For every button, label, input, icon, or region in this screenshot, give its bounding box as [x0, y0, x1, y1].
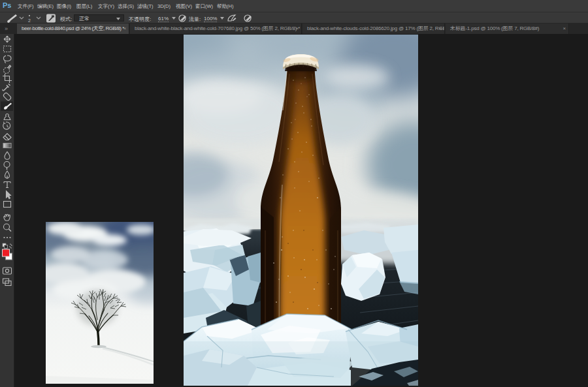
svg-text:2: 2 — [28, 18, 31, 23]
